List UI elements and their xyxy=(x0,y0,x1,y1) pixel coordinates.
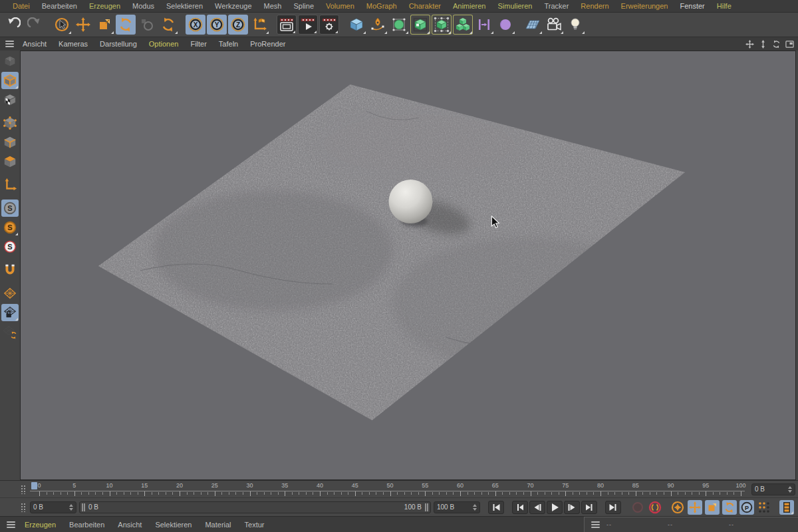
viewport-menu-item[interactable]: Tafeln xyxy=(213,40,244,48)
menu-item[interactable]: Volumen xyxy=(320,2,360,10)
render-view-icon[interactable] xyxy=(277,15,297,35)
prev-frame-button[interactable] xyxy=(529,501,545,514)
rotate-display-icon[interactable] xyxy=(158,15,178,35)
status-menu-item[interactable]: Selektieren xyxy=(148,521,198,529)
menu-item[interactable]: Bearbeiten xyxy=(36,2,83,10)
menu-item[interactable]: Hilfe xyxy=(711,2,737,10)
workplane-transform-icon[interactable] xyxy=(1,323,19,340)
viewport-menu-item[interactable]: Ansicht xyxy=(17,40,53,48)
rotate-view-icon[interactable] xyxy=(772,40,781,49)
menu-item[interactable]: Spline xyxy=(287,2,320,10)
menu-item[interactable]: Animieren xyxy=(447,2,492,10)
magnet-icon[interactable] xyxy=(1,261,19,279)
enable-snap-icon[interactable]: S xyxy=(1,200,19,217)
record-objects-icon[interactable] xyxy=(630,500,645,515)
playback-grip-handle[interactable] xyxy=(21,503,26,512)
range-start-handle[interactable] xyxy=(82,503,85,511)
workplane-icon[interactable] xyxy=(1,285,19,302)
viewport-3d[interactable] xyxy=(20,51,796,480)
generator-cube-icon[interactable] xyxy=(410,15,430,35)
timeline-playhead[interactable] xyxy=(31,482,37,489)
keying-settings-icon[interactable] xyxy=(670,500,685,515)
end-frame-stepper[interactable] xyxy=(473,504,477,511)
status-menu-item[interactable]: Material xyxy=(198,521,237,529)
status-menu-item[interactable]: Textur xyxy=(238,521,271,529)
current-frame-field[interactable]: 0 B xyxy=(30,501,76,513)
timeline-frame-field[interactable]: 0 B xyxy=(751,483,795,495)
quantize-icon[interactable]: S xyxy=(1,238,19,255)
spline-pen-icon[interactable] xyxy=(368,15,388,35)
pan-view-icon[interactable] xyxy=(745,40,754,49)
convert-object-icon[interactable] xyxy=(1,53,19,70)
spacing-arrows-icon[interactable] xyxy=(474,15,494,35)
next-frame-button[interactable] xyxy=(564,501,580,514)
jump-start-button[interactable] xyxy=(488,501,504,514)
range-end-handle[interactable] xyxy=(425,503,428,511)
status-menu-item[interactable]: Erzeugen xyxy=(18,521,63,529)
dolly-view-icon[interactable] xyxy=(759,40,767,49)
model-mode-icon[interactable] xyxy=(1,72,19,89)
undo-icon[interactable] xyxy=(3,15,23,35)
points-mode-icon[interactable] xyxy=(1,114,19,132)
move-icon[interactable] xyxy=(73,15,93,35)
preview-range-slider[interactable]: 0 B 100 B xyxy=(79,501,431,513)
status-right-hamburger-icon[interactable] xyxy=(591,521,600,528)
snap-settings-icon[interactable]: S xyxy=(1,219,19,236)
menu-item[interactable]: Mesh xyxy=(258,2,288,10)
rotate-icon[interactable] xyxy=(116,15,136,35)
viewport-menu-item[interactable]: Darstellung xyxy=(94,40,143,48)
cage-deformer-icon[interactable] xyxy=(432,15,452,35)
light-icon[interactable] xyxy=(565,15,585,35)
play-forward-button[interactable] xyxy=(547,501,563,514)
axis-z-lock[interactable]: Z xyxy=(228,15,248,35)
menu-item[interactable]: Tracker xyxy=(538,2,575,10)
keyframe-presets-icon[interactable] xyxy=(779,500,794,515)
coordinate-system-icon[interactable] xyxy=(249,15,269,35)
autokeying-icon[interactable] xyxy=(648,500,662,515)
jump-end-button[interactable] xyxy=(605,501,621,514)
floor-grid-icon[interactable] xyxy=(523,15,543,35)
timeline-grip-handle[interactable] xyxy=(21,485,26,494)
next-key-button[interactable] xyxy=(581,501,597,514)
key-rotation-icon[interactable] xyxy=(722,500,737,515)
frame-field-stepper[interactable] xyxy=(788,486,792,493)
viewport-menu-item[interactable]: Kameras xyxy=(53,40,94,48)
cloner-cubes-icon[interactable] xyxy=(453,15,473,35)
key-parameter-icon[interactable]: P xyxy=(739,500,754,515)
lock-workplane-icon[interactable] xyxy=(1,304,19,321)
viewport-menu-item[interactable]: Filter xyxy=(184,40,212,48)
status-menu-item[interactable]: Bearbeiten xyxy=(63,521,111,529)
menu-item[interactable]: Charakter xyxy=(403,2,447,10)
render-settings-icon[interactable] xyxy=(319,15,339,35)
status-menu-item[interactable]: Ansicht xyxy=(111,521,148,529)
axis-x-lock[interactable]: X xyxy=(186,15,205,35)
live-selection-icon[interactable] xyxy=(52,15,72,35)
maximize-view-icon[interactable] xyxy=(785,40,794,49)
menu-item[interactable]: Selektieren xyxy=(160,2,209,10)
menu-item[interactable]: Erzeugen xyxy=(83,2,126,10)
menu-item[interactable]: MoGraph xyxy=(360,2,403,10)
scale-icon[interactable] xyxy=(94,15,114,35)
subdivision-surface-icon[interactable] xyxy=(389,15,409,35)
menu-item[interactable]: Werkzeuge xyxy=(209,2,257,10)
current-frame-stepper[interactable] xyxy=(69,504,73,511)
key-position-icon[interactable] xyxy=(688,500,702,515)
axis-mode-icon[interactable] xyxy=(1,176,19,194)
recent-tool-icon[interactable] xyxy=(137,15,157,35)
render-picture-viewer-icon[interactable] xyxy=(298,15,318,35)
menu-item[interactable]: Erweiterungen xyxy=(615,2,674,10)
status-hamburger-menu-icon[interactable] xyxy=(7,521,15,528)
key-pla-icon[interactable] xyxy=(757,500,771,515)
key-scale-icon[interactable] xyxy=(705,500,720,515)
timeline-ruler[interactable]: 0510152025303540455055606570758085909510… xyxy=(30,481,745,497)
menu-item[interactable]: Datei xyxy=(7,2,36,10)
camera-icon[interactable] xyxy=(544,15,564,35)
cube-primitive-icon[interactable] xyxy=(346,15,366,35)
viewport-menu-item[interactable]: ProRender xyxy=(244,40,291,48)
sphere-deformer-icon[interactable] xyxy=(495,15,515,35)
edges-mode-icon[interactable] xyxy=(1,134,19,151)
menu-item[interactable]: Modus xyxy=(126,2,160,10)
redo-icon[interactable] xyxy=(25,15,45,35)
menu-item[interactable]: Fenster xyxy=(674,2,710,10)
end-frame-field[interactable]: 100 B xyxy=(434,501,480,513)
